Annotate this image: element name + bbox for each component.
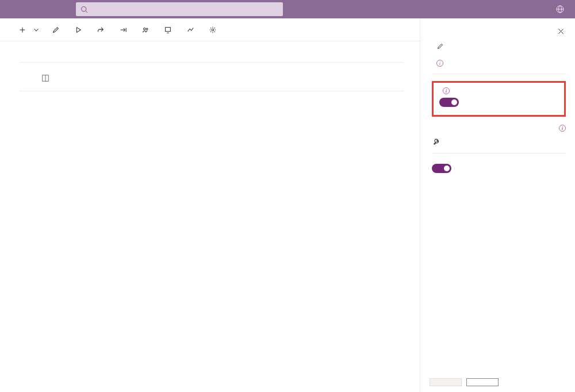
close-button[interactable] <box>556 26 566 38</box>
settings-button[interactable] <box>204 24 224 36</box>
share-button[interactable] <box>92 24 112 36</box>
analytics-icon <box>186 26 194 34</box>
edit-appname-button[interactable] <box>436 43 444 52</box>
close-icon <box>557 28 565 35</box>
svg-marker-7 <box>76 27 80 32</box>
add-to-teams-button[interactable] <box>137 24 157 36</box>
column-chooser-icon[interactable] <box>41 74 49 82</box>
apps-table <box>20 67 404 91</box>
search-box[interactable] <box>76 2 283 16</box>
play-icon <box>74 26 82 34</box>
globe-icon <box>555 5 565 14</box>
search-icon <box>80 6 88 13</box>
export-button[interactable] <box>114 24 135 36</box>
chevron-down-icon <box>32 26 40 34</box>
analytics-button[interactable] <box>182 24 202 36</box>
setup-payg-link[interactable] <box>432 137 566 146</box>
environment-indicator[interactable] <box>555 5 568 14</box>
search-input[interactable] <box>88 5 278 14</box>
col-owner[interactable] <box>283 67 404 91</box>
svg-line-1 <box>86 10 87 12</box>
new-app-button[interactable] <box>14 24 45 36</box>
svg-point-10 <box>144 28 146 30</box>
monitor-button[interactable] <box>159 24 179 36</box>
command-bar <box>0 18 420 41</box>
monitor-icon <box>164 26 172 34</box>
teams-icon <box>141 26 150 34</box>
col-name[interactable] <box>54 67 174 91</box>
info-icon[interactable]: i <box>443 87 450 94</box>
gear-icon <box>209 26 217 34</box>
pencil-icon <box>436 43 444 50</box>
svg-point-0 <box>82 6 86 11</box>
col-modified[interactable] <box>191 67 283 91</box>
svg-point-14 <box>212 29 214 31</box>
top-bar <box>0 0 575 18</box>
export-icon <box>119 26 127 34</box>
setup-icon <box>432 137 440 146</box>
save-button[interactable] <box>430 378 462 386</box>
svg-point-11 <box>146 28 148 29</box>
apps-tabs <box>20 53 404 63</box>
preload-toggle[interactable] <box>432 164 451 173</box>
play-button[interactable] <box>70 24 90 36</box>
share-icon <box>97 26 105 34</box>
perapp-toggle[interactable] <box>439 98 459 107</box>
per-app-licenses-highlight: i <box>432 81 566 117</box>
pencil-icon <box>52 26 60 34</box>
info-icon[interactable]: i <box>436 60 443 67</box>
plus-icon <box>18 26 26 34</box>
edit-button[interactable] <box>47 24 67 36</box>
cancel-button[interactable] <box>466 378 499 386</box>
app-settings-pane: i i i <box>420 18 575 392</box>
info-icon[interactable]: i <box>559 125 566 132</box>
svg-rect-12 <box>166 27 171 31</box>
